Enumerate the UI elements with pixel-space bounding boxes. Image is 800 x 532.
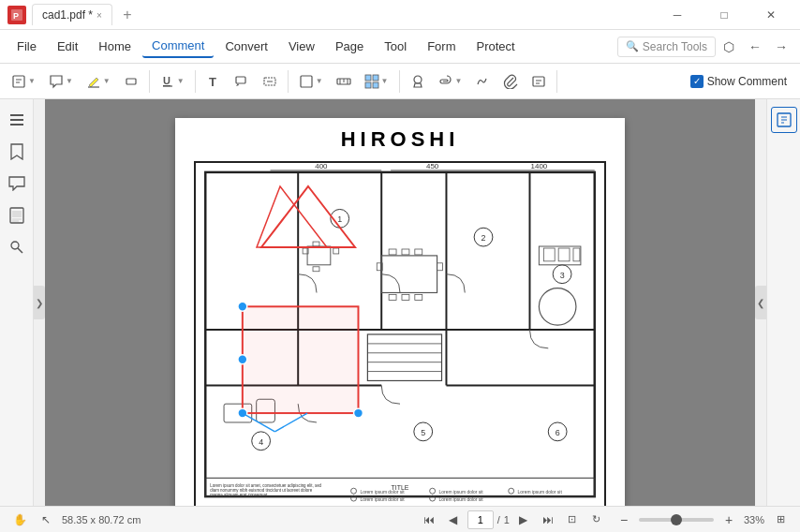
sidebar-panel-toggle[interactable] (4, 107, 30, 133)
menu-form[interactable]: Form (418, 36, 465, 57)
collapse-left-panel[interactable]: ❯ (34, 286, 45, 319)
right-panel-icon[interactable] (771, 107, 797, 133)
comment-list-tool[interactable] (526, 68, 552, 95)
svg-point-106 (354, 408, 363, 418)
fit-page-button[interactable]: ⊡ (562, 510, 583, 530)
status-dimensions: ✋ ↖ 58.35 x 80.72 cm (9, 510, 411, 530)
first-page-button[interactable]: ⏮ (419, 510, 439, 530)
svg-text:Lorem ipsum dolor sit: Lorem ipsum dolor sit (360, 497, 405, 502)
close-button[interactable]: ✕ (749, 1, 793, 29)
zoom-level: 33% (744, 514, 764, 525)
minimize-button[interactable]: ─ (656, 1, 699, 29)
svg-rect-10 (236, 77, 245, 83)
document-tab[interactable]: cad1.pdf * × (32, 4, 112, 25)
dropdown-caret: ▼ (316, 77, 323, 85)
zoom-in-button[interactable]: + (719, 510, 738, 529)
search-placeholder: Search Tools (643, 40, 707, 53)
text-comment-tool[interactable]: ▼ (43, 68, 79, 95)
dropdown-caret: ▼ (66, 77, 73, 85)
prev-page-button[interactable]: ◀ (443, 510, 464, 530)
svg-text:Lorem ipsum dolor sit: Lorem ipsum dolor sit (518, 490, 563, 495)
signature-tool[interactable] (469, 68, 496, 95)
tab-close-icon[interactable]: × (96, 10, 102, 21)
share-icon[interactable]: ⬡ (718, 36, 740, 58)
menu-page[interactable]: Page (326, 36, 373, 57)
stamp-tool[interactable] (405, 68, 431, 95)
svg-text:6: 6 (556, 428, 560, 437)
svg-rect-20 (365, 82, 371, 88)
svg-text:5: 5 (421, 428, 425, 437)
maximize-button[interactable]: □ (703, 1, 746, 29)
menu-right-icons: ⬡ ← → (718, 36, 793, 58)
pdf-title: HIROSHI (341, 127, 460, 152)
last-page-button[interactable]: ⏭ (538, 510, 558, 530)
paperclip-tool[interactable] (497, 68, 524, 95)
menu-edit[interactable]: Edit (48, 36, 87, 57)
separator (288, 70, 289, 93)
text-tool[interactable]: T (200, 68, 227, 95)
new-tab-button[interactable]: + (118, 6, 137, 24)
svg-text:2: 2 (481, 233, 486, 243)
svg-rect-23 (533, 77, 544, 86)
select-tool[interactable]: ↖ (36, 510, 56, 530)
search-icon: 🔍 (626, 40, 639, 52)
menu-protect[interactable]: Protect (467, 36, 524, 57)
menu-tool[interactable]: Tool (375, 36, 416, 57)
show-comment-checkbox: ✓ (690, 75, 704, 88)
menu-home[interactable]: Home (89, 36, 141, 57)
textfield-tool[interactable] (257, 68, 283, 95)
svg-rect-27 (10, 119, 23, 121)
back-icon[interactable]: ← (744, 36, 766, 58)
svg-text:Lorem ipsum dolor sit: Lorem ipsum dolor sit (439, 497, 484, 502)
menu-convert[interactable]: Convert (215, 36, 277, 57)
page-navigation: ⏮ ◀ / 1 ▶ ⏭ ⊡ ↻ (419, 510, 607, 530)
hand-tool[interactable]: ✋ (9, 510, 30, 530)
status-bar: ✋ ↖ 58.35 x 80.72 cm ⏮ ◀ / 1 ▶ ⏭ ⊡ ↻ − +… (0, 506, 800, 532)
measure-tool[interactable] (331, 68, 357, 95)
comments-panel[interactable] (4, 170, 30, 197)
title-bar-left: P cad1.pdf * × + (7, 4, 656, 25)
sticky-note-tool[interactable]: ▼ (6, 68, 41, 95)
zoom-slider[interactable] (639, 518, 714, 522)
menu-comment[interactable]: Comment (142, 35, 214, 58)
title-bar: P cad1.pdf * × + ─ □ ✕ (0, 0, 800, 30)
pdf-viewer[interactable]: HIROSHI 400 450 1400 (45, 99, 755, 506)
eraser-tool[interactable] (118, 68, 144, 95)
svg-point-33 (11, 242, 19, 249)
svg-point-22 (414, 76, 422, 83)
svg-rect-13 (301, 76, 312, 87)
total-pages: 1 (504, 514, 510, 525)
markup-tool[interactable]: ▼ (359, 68, 394, 95)
menu-file[interactable]: File (7, 36, 46, 57)
svg-text:4: 4 (259, 437, 263, 447)
svg-rect-26 (10, 114, 23, 116)
app-icon: P (7, 6, 26, 24)
svg-rect-28 (10, 124, 23, 126)
rotate-button[interactable]: ↻ (586, 510, 607, 530)
svg-rect-19 (373, 75, 378, 81)
callout-tool[interactable] (229, 68, 255, 95)
menu-view[interactable]: View (279, 36, 324, 57)
thumbnails-panel[interactable] (4, 202, 30, 229)
separator (399, 70, 400, 93)
forward-icon[interactable]: → (770, 36, 793, 58)
underline-tool[interactable]: U ▼ (155, 68, 190, 95)
bookmarks-panel[interactable] (4, 139, 30, 165)
zoom-out-button[interactable]: − (615, 510, 633, 529)
next-page-button[interactable]: ▶ (513, 510, 534, 530)
svg-point-104 (238, 355, 247, 364)
dropdown-caret: ▼ (455, 77, 463, 85)
shape-tool[interactable]: ▼ (293, 68, 329, 95)
search-panel[interactable] (4, 234, 30, 260)
fit-width-button[interactable]: ⊞ (770, 510, 791, 530)
show-comment-label: Show Comment (707, 75, 787, 88)
attach-tool[interactable]: ▼ (433, 68, 468, 95)
highlight-tool[interactable]: ▼ (81, 68, 116, 95)
page-number-input[interactable] (467, 510, 494, 529)
zoom-slider-thumb[interactable] (671, 514, 682, 525)
show-comment-toggle[interactable]: ✓ Show Comment (683, 72, 794, 91)
collapse-right-panel[interactable]: ❮ (755, 286, 766, 319)
search-tools[interactable]: 🔍 Search Tools (617, 37, 716, 57)
svg-text:400: 400 (315, 163, 328, 170)
svg-text:1400: 1400 (531, 163, 548, 170)
